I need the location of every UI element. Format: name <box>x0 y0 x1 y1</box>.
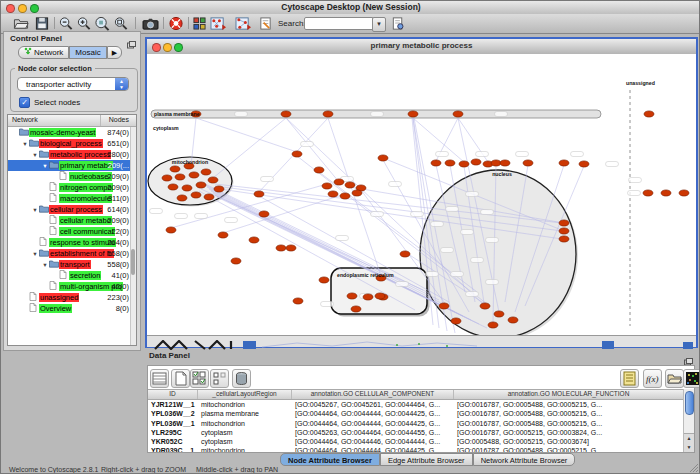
table-row[interactable]: YLR295Ccytoplasm[GO:0045263, GO:0044464,… <box>148 428 684 437</box>
column-header[interactable]: annotation.GO CELLULAR_COMPONENT <box>292 390 454 399</box>
table-cell: [GO:0044464, GO:0044444, GO:0044425, G..… <box>292 446 454 452</box>
graph-edge <box>196 118 297 152</box>
tree-col-network[interactable]: Network <box>12 116 38 123</box>
plasma-membrane-label: plasma membrane <box>154 111 200 117</box>
graph-node <box>559 220 569 226</box>
folder-icon <box>39 204 49 213</box>
select-attributes-icon[interactable] <box>150 369 169 388</box>
table-row[interactable]: YJR121W__1mitochondrion[GO:0045267, GO:0… <box>148 400 684 409</box>
import-attributes-icon[interactable] <box>665 369 684 388</box>
graph-node <box>347 293 357 299</box>
table-scrollbar[interactable]: ▲▼ <box>683 389 694 452</box>
tab-network[interactable]: Network <box>18 46 69 59</box>
disclosure-triangle-icon[interactable]: ▼ <box>21 139 29 150</box>
network-view-titlebar[interactable]: primary metabolic process <box>147 39 696 55</box>
tree-row[interactable]: ▼biological_process651(0) <box>8 138 131 149</box>
disclosure-triangle-icon[interactable]: ▼ <box>31 205 39 216</box>
background-window-strip <box>147 335 696 347</box>
tree-row[interactable]: secretion41(0) <box>8 270 131 281</box>
table-row[interactable]: YPL036W__2plasma membrane[GO:0044464, GO… <box>148 409 684 418</box>
tab-mosaic[interactable]: Mosaic <box>69 46 106 59</box>
network-canvas[interactable]: plasma membranecytoplasmmitochondrionnuc… <box>147 54 696 335</box>
resize-grip[interactable] <box>688 462 698 472</box>
node-color-select[interactable]: transporter activity ▲▼ <box>17 77 129 91</box>
disclosure-triangle-icon[interactable]: ▼ <box>31 150 39 161</box>
node-label-pill <box>481 210 494 215</box>
help-lifesaver-icon[interactable] <box>168 16 184 31</box>
tree-row[interactable]: ▼primary metabo209(... <box>8 160 131 171</box>
save-icon[interactable] <box>34 16 50 31</box>
tree-row[interactable]: ▼transport558(0) <box>8 259 131 270</box>
function-builder-icon[interactable]: f(x) <box>643 369 662 388</box>
select-all-attributes-icon[interactable] <box>190 369 209 388</box>
tree-row[interactable]: nucleobase-209(0) <box>8 171 131 182</box>
graph-node <box>175 174 185 180</box>
tree-col-nodes[interactable]: Nodes <box>109 116 129 123</box>
disclosure-triangle-icon[interactable]: ▼ <box>31 249 39 260</box>
vizmapper-icon[interactable] <box>193 16 206 31</box>
tree-row[interactable]: macromolecule311(0) <box>8 193 131 204</box>
zoom-selected-icon[interactable] <box>94 16 110 31</box>
tree-row[interactable]: nitrogen compo209(0) <box>8 182 131 193</box>
app-titlebar[interactable]: Cytoscape Desktop (New Session) <box>1 1 700 15</box>
graph-node <box>345 182 355 188</box>
endoplasmic-reticulum-label: endoplasmic reticulum <box>337 272 394 278</box>
scrollbar-arrows[interactable]: ▲▼ <box>684 433 694 452</box>
snapshot-camera-icon[interactable] <box>141 16 160 31</box>
tree-row[interactable]: ▼metabolic process280(0) <box>8 149 131 160</box>
tree-row[interactable]: cell communicat22(0) <box>8 226 131 237</box>
layout-network-alt-icon[interactable] <box>234 16 253 31</box>
layout-network-icon[interactable] <box>209 16 228 31</box>
search-dropdown-arrow[interactable]: ▼ <box>372 17 386 32</box>
open-file-icon[interactable] <box>13 16 29 31</box>
tab-overflow-arrow[interactable]: ▶ <box>107 46 122 59</box>
tree-row[interactable]: cellular metabo209(0) <box>8 215 131 226</box>
table-row[interactable]: YDR039C__1mitochondrion[GO:0044464, GO:0… <box>148 446 684 452</box>
scrollbar-thumb[interactable] <box>685 391 694 415</box>
table-cell: [GO:0016787, GO:0005215, GO:0003824, G..… <box>454 428 684 437</box>
table-row[interactable]: YKR052Ccytoplasm[GO:0044464, GO:0044446,… <box>148 437 684 446</box>
column-header[interactable]: ID <box>148 390 198 399</box>
table-cell: plasma membrane <box>198 409 292 418</box>
column-header[interactable]: annotation.GO MOLECULAR_FUNCTION <box>454 390 684 399</box>
tree-item-label: cellular metabo <box>59 216 112 225</box>
select-nodes-checkbox[interactable]: ✓ <box>19 97 30 108</box>
search-options-icon[interactable] <box>391 16 405 31</box>
zoom-in-icon[interactable] <box>76 16 92 31</box>
file-icon <box>59 171 69 180</box>
attribute-list-icon[interactable] <box>620 369 639 388</box>
tree-row[interactable]: ▼cellular process614(0) <box>8 204 131 215</box>
tab-network-label: Network <box>34 46 63 59</box>
annotation-icon[interactable] <box>259 16 272 31</box>
tree-row[interactable]: unassigned223(0) <box>8 292 131 303</box>
tree-scrollbar[interactable] <box>130 127 136 345</box>
node-label-pill <box>606 162 619 167</box>
table-cell: [GO:0045263, GO:0044464, GO:0044455, G..… <box>292 428 454 437</box>
disclosure-triangle-icon[interactable]: ▼ <box>41 260 49 271</box>
new-attribute-icon[interactable] <box>171 369 190 388</box>
search-input[interactable] <box>304 17 374 30</box>
tree-row[interactable]: response to stimulu264(0) <box>8 237 131 248</box>
unselect-attributes-icon[interactable] <box>210 369 229 388</box>
node-color-selection-group: Node color selection transporter activit… <box>10 68 138 112</box>
attribute-table[interactable]: ID_cellularLayoutRegionannotation.GO CEL… <box>148 389 684 452</box>
delete-attribute-icon[interactable] <box>232 369 251 388</box>
tree-item-label: transport <box>59 260 91 269</box>
tree-row[interactable]: ▼establishment of lo558(0) <box>8 248 131 259</box>
tree-item-node-count: 41(0) <box>111 270 129 281</box>
column-header[interactable]: _cellularLayoutRegion <box>198 390 292 399</box>
tree-item-node-count: 874(0) <box>107 127 129 138</box>
attribute-matrix-icon[interactable] <box>683 369 700 388</box>
tree-row[interactable]: mosaic-demo-yeast874(0) <box>8 127 131 138</box>
tree-row[interactable]: Overview8(0) <box>8 303 131 314</box>
zoom-fit-icon[interactable] <box>113 16 129 31</box>
table-cell: [GO:0044464, GO:0044446, GO:0044444, G..… <box>292 437 454 446</box>
disclosure-triangle-icon[interactable]: ▼ <box>41 161 49 172</box>
zoom-out-icon[interactable] <box>58 16 74 31</box>
float-data-panel-icon[interactable] <box>684 352 693 360</box>
node-label-pill <box>431 222 444 227</box>
float-panel-icon[interactable] <box>127 35 136 43</box>
folder-icon <box>19 127 29 136</box>
tree-row[interactable]: multi-organism pro42(0) <box>8 281 131 292</box>
table-row[interactable]: YPL036W__1mitochondrion[GO:0044464, GO:0… <box>148 419 684 428</box>
